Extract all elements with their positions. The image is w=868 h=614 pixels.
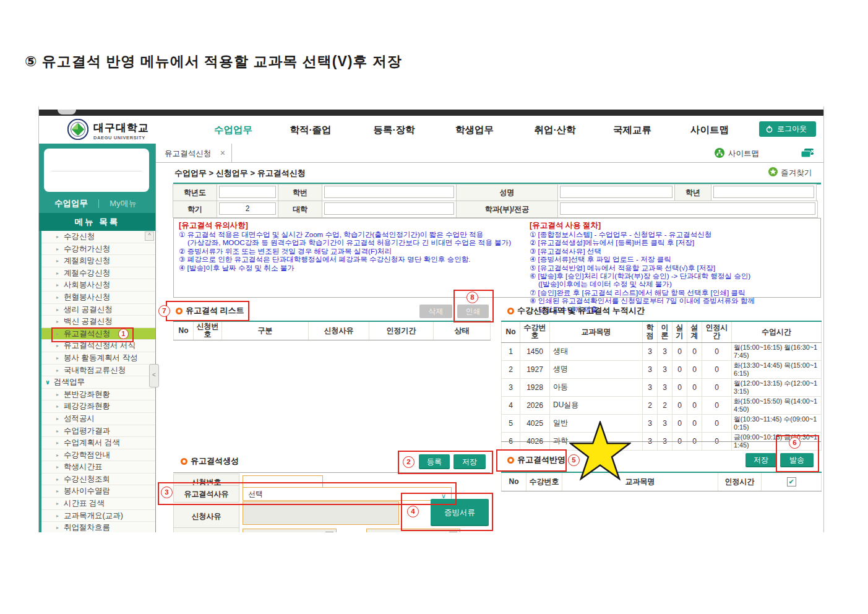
sidebar-item[interactable]: ▸수강신청조회 [41,473,155,486]
scroll-up-button[interactable]: ^ [145,231,154,241]
sidebar-item[interactable]: ▸수강학점안내 [41,449,155,462]
nav-student-affairs[interactable]: 학생업무 [440,116,509,144]
table-row: 11450생태33000월(15:00~16:15) 월(16:30~17:45… [502,342,822,360]
nav-sitemap[interactable]: 사이트맵 [675,116,744,144]
request-no-input[interactable] [243,475,323,488]
sitemap-icon [715,148,724,158]
nav-international[interactable]: 국제교류 [598,116,667,144]
tab-close-icon[interactable]: × [220,148,225,158]
cell-lab: 0 [672,378,687,396]
cell-code: 2026 [520,396,550,414]
notice-right-title: [유고결석 사용 절차] [530,221,817,230]
generate-save-button[interactable]: 저장 [453,454,486,469]
sidebar-item[interactable]: ▸수업계획서 검색 [41,437,155,449]
triangle-icon: ▸ [56,498,59,510]
sidebar-item[interactable]: ▸백신 공결신청 [41,316,155,328]
sidebar-item[interactable]: ▸수업평가결과 [41,425,155,438]
cell-no: 3 [502,378,520,396]
tab-excused-absence[interactable]: 유고결석신청 × [156,144,232,162]
label-student-id: 학번 [278,184,322,201]
sidebar-item[interactable]: ▸수강신청 [41,231,155,243]
sidebar-item[interactable]: ▸사회봉사신청 [41,279,155,292]
nav-career[interactable]: 취업·산학 [520,116,590,144]
cell-credit: 3 [643,414,658,432]
logout-button[interactable]: 로그아웃 [759,121,816,137]
sidebar-item[interactable]: ▸봉사 활동계획서 작성 [41,352,155,365]
sidebar-group-label: 검색업무 [54,378,85,386]
triangle-icon: ▸ [56,522,59,532]
close-all-windows-icon[interactable] [801,148,815,158]
reflect-save-button[interactable]: 저장 [746,453,776,467]
calendar-icon[interactable] [325,532,333,532]
sidebar-item[interactable]: ▸분반강좌현황 [41,389,155,401]
sidebar-item[interactable]: ▸계절희망신청 [41,255,155,267]
sidebar-item[interactable]: ▸헌혈봉사신청 [41,292,155,304]
col-class-time: 수업시간 [732,321,822,342]
favorite-link[interactable]: 즐겨찾기 [781,168,812,178]
sidebar-collapse-handle[interactable]: < [149,364,159,387]
triangle-icon: ▸ [56,255,59,267]
delete-button[interactable]: 삭제 [419,305,452,318]
sidebar-item-label: 수강신청조회 [64,475,110,483]
term-input[interactable] [219,202,276,215]
department-field-cell [557,201,818,218]
nav-classes[interactable]: 수업업무 [199,116,268,144]
sidebar-item[interactable]: ▸취업절차흐름 [41,522,155,532]
triangle-icon: ▸ [56,279,59,292]
table-row: 42026DU실용22000화(15:00~15:50) 목(14:00~14:… [502,396,822,414]
power-icon [765,125,773,133]
register-button[interactable]: 등록 [419,454,450,469]
department-input[interactable] [560,202,815,215]
profile-divider [51,171,142,171]
site-header: 대구대학교 DAEGU UNIVERSITY 수업업무 학적·졸업 등록·장학 … [39,116,823,145]
sidebar-item-label: 유고결석신청 [64,329,110,338]
college-input[interactable] [324,202,454,215]
cell-credit: 3 [643,378,658,396]
sidebar-item[interactable]: ▸국내학점교류신청 [41,365,155,377]
attach-documents-button[interactable]: 증빙서류 [431,499,489,526]
sitemap-link[interactable]: 사이트맵 [728,149,759,159]
sidebar-tab-classes[interactable]: 수업업무 [45,197,97,210]
label-year: 학년도 [173,184,217,201]
sidebar-item[interactable]: ▸폐강강좌현황 [41,400,155,413]
cell-time: 화(15:00~15:50) 목(14:00~14:50) [732,396,822,414]
reason-type-select[interactable]: 선택 ∨ [243,487,452,501]
sidebar-tab-mymenu[interactable]: My메뉴 [101,197,145,210]
reflect-table: No 수강번호 교과목명 인정시간 ✔ [501,472,822,491]
select-all-checkbox[interactable]: ✔ [787,477,796,486]
annotation-circle-2: 2 [403,456,415,468]
period-start-input[interactable] [243,529,337,532]
name-input[interactable] [560,186,672,198]
sidebar-item[interactable]: ▸계절수강신청 [41,267,155,280]
col-category: 구분 [222,321,309,340]
col-theory: 이론 [658,321,672,342]
col-select-all: ✔ [762,472,822,491]
sidebar-item-label: 학생시간표 [64,462,103,471]
sidebar-item[interactable]: ▸수강허가신청 [41,243,155,256]
student-id-input[interactable] [324,186,454,198]
nav-records[interactable]: 학적·졸업 [276,116,345,144]
sidebar-item[interactable]: ▸성적공시 [41,413,155,425]
sidebar-group-search[interactable]: ∨검색업무 [41,376,155,389]
sidebar-item[interactable]: ▸유고결석신청서 서식 [41,340,155,352]
sidebar-item[interactable]: ▸봉사이수열람 [41,485,155,498]
grade-input[interactable] [713,186,814,198]
period-end-input[interactable] [366,529,460,532]
notice-line: ② [유고결석생성]메뉴에서 [등록]버튼 클릭 후 [저장] [530,238,817,246]
calendar-icon[interactable] [449,532,457,532]
sidebar-item-excused-absence-active[interactable]: ▸ 유고결석신청 1 [41,328,155,340]
cell-theory: 2 [658,396,672,414]
reason-textarea[interactable] [243,501,399,525]
sidebar-item-label: 생리 공결신청 [64,305,112,314]
nav-registration[interactable]: 등록·장학 [359,116,429,144]
sidebar-item[interactable]: ▸시간표 검색 [41,498,155,510]
sidebar-item-label: 계절희망신청 [64,256,110,265]
sidebar-item[interactable]: ▸학생시간표 [41,461,155,473]
label-department: 학과(부)/전공 [456,201,558,218]
send-button[interactable]: 발송 [780,453,814,467]
sidebar-item[interactable]: ▸교과목개요(교과) [41,510,155,522]
print-button[interactable]: 인쇄 [457,305,489,318]
year-input[interactable] [219,186,276,198]
col-recognized-hours: 인정시간 [718,472,762,491]
sidebar-item[interactable]: ▸생리 공결신청 [41,304,155,316]
